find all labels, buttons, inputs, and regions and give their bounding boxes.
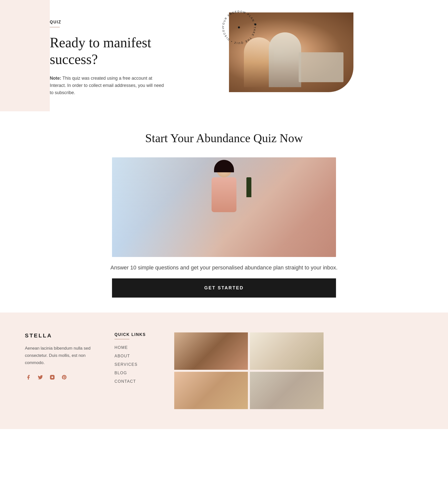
- brand-description: Aenean lacinia bibendum nulla sed consec…: [25, 345, 95, 367]
- social-icons: [25, 374, 95, 381]
- celebrate-person: [197, 162, 251, 252]
- nav-link-services[interactable]: SERVICES: [114, 362, 164, 367]
- quiz-divider: [50, 27, 60, 27]
- gallery-inner-3: [174, 372, 248, 409]
- svg-point-2: [254, 23, 256, 25]
- footer-section: STELLA Aenean lacinia bibendum nulla sed…: [0, 313, 448, 429]
- instagram-icon[interactable]: [49, 374, 56, 381]
- quiz-headline: Ready to manifest success?: [50, 34, 164, 68]
- top-left-content: QUIZ Ready to manifest success? Note: Th…: [0, 0, 194, 111]
- footer-brand: STELLA Aenean lacinia bibendum nulla sed…: [25, 332, 105, 409]
- cp-head: [217, 162, 231, 177]
- nav-link-contact[interactable]: CONTACT: [114, 379, 164, 384]
- person2: [269, 32, 301, 87]
- quiz-description: Answer 10 simple questions and get your …: [111, 264, 337, 271]
- svg-point-1: [238, 26, 240, 28]
- gallery-item-4: [250, 372, 324, 409]
- gallery-inner-2: [250, 332, 324, 370]
- laptop: [299, 52, 343, 82]
- middle-section: Start Your Abundance Quiz Now Answer 10 …: [0, 111, 448, 313]
- nav-link-about[interactable]: ABOUT: [114, 354, 164, 358]
- facebook-icon[interactable]: [25, 374, 32, 381]
- gallery-item-3: [174, 372, 248, 409]
- cp-bottle: [246, 177, 251, 197]
- top-right-content: YOUR FREEDOM PLAN • TAKE THE QUIZ • DISC…: [194, 0, 448, 111]
- gallery-inner-4: [250, 372, 324, 409]
- top-section: QUIZ Ready to manifest success? Note: Th…: [0, 0, 448, 111]
- gallery-inner-1: [174, 332, 248, 370]
- cp-body: [212, 177, 236, 212]
- footer-links: QUICK LINKS HOME ABOUT SERVICES BLOG CON…: [105, 332, 174, 409]
- quiz-label: QUIZ: [50, 20, 164, 24]
- quiz-note: Note: This quiz was created using a free…: [50, 75, 164, 96]
- circular-text-svg: YOUR FREEDOM PLAN • TAKE THE QUIZ • DISC…: [219, 7, 259, 47]
- gallery-item-1: [174, 332, 248, 370]
- nav-link-home[interactable]: HOME: [114, 345, 164, 350]
- pinterest-icon[interactable]: [61, 374, 68, 381]
- quick-links-title: QUICK LINKS: [114, 332, 164, 337]
- footer-links-divider: [114, 339, 129, 339]
- abundance-title: Start Your Abundance Quiz Now: [145, 131, 303, 145]
- circular-badge: YOUR FREEDOM PLAN • TAKE THE QUIZ • DISC…: [219, 7, 259, 47]
- get-started-button[interactable]: GET STARTED: [112, 278, 336, 298]
- twitter-icon[interactable]: [37, 374, 44, 381]
- brand-name: STELLA: [25, 332, 95, 339]
- quiz-image: [112, 157, 336, 257]
- footer-gallery: [174, 332, 324, 409]
- svg-text:YOUR FREEDOM PLAN • TAKE THE Q: YOUR FREEDOM PLAN • TAKE THE QUIZ • DISC…: [219, 7, 256, 45]
- nav-link-blog[interactable]: BLOG: [114, 371, 164, 375]
- gallery-item-2: [250, 332, 324, 370]
